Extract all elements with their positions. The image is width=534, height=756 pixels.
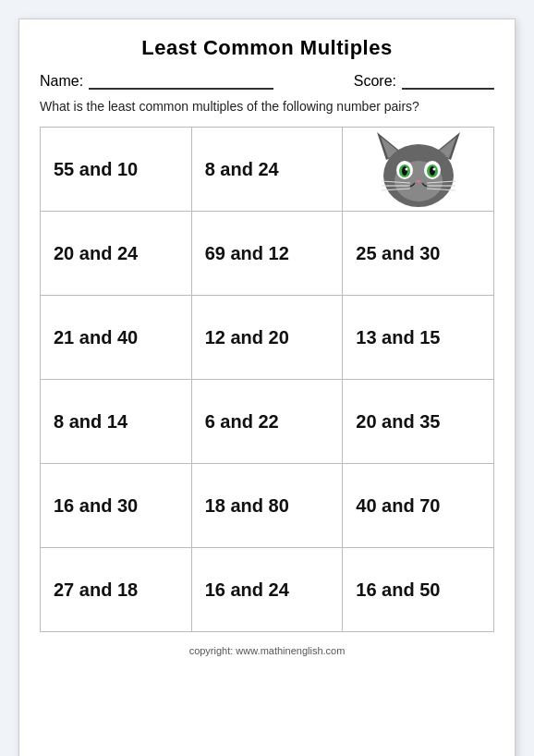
score-field: Score: (354, 73, 494, 90)
problem-text: 12 and 20 (192, 296, 343, 379)
table-cell: 20 and 35 (343, 380, 494, 464)
name-label: Name: (40, 73, 83, 90)
table-cell: 18 and 80 (191, 464, 343, 548)
table-cell: 55 and 10 (41, 128, 192, 212)
problem-text: 20 and 24 (41, 212, 191, 295)
table-cell: 40 and 70 (343, 464, 494, 548)
worksheet: Least Common Multiples Name: Score: What… (18, 18, 516, 756)
table-cell: 27 and 18 (41, 548, 192, 632)
problem-text: 18 and 80 (192, 464, 343, 547)
problem-text: 20 and 35 (343, 380, 493, 463)
table-cell: 25 and 30 (343, 212, 494, 296)
problem-text: 69 and 12 (192, 212, 343, 295)
name-score-row: Name: Score: (40, 73, 494, 90)
problem-text: 6 and 22 (192, 380, 343, 463)
instruction-text: What is the least common multiples of th… (40, 99, 494, 114)
table-cell (343, 128, 494, 212)
problem-text: 13 and 15 (343, 296, 493, 379)
svg-point-13 (432, 168, 435, 171)
name-field: Name: (40, 73, 273, 90)
page-title: Least Common Multiples (40, 36, 494, 60)
problem-text: 8 and 14 (41, 380, 191, 463)
problem-text: 40 and 70 (343, 464, 493, 547)
problem-text: 25 and 30 (343, 212, 493, 295)
table-cell: 12 and 20 (191, 296, 343, 380)
name-underline (89, 73, 273, 90)
table-cell: 8 and 24 (191, 128, 343, 212)
table-cell: 8 and 14 (41, 380, 192, 464)
problem-text: 55 and 10 (41, 128, 191, 211)
problem-text: 21 and 40 (41, 296, 191, 379)
svg-point-12 (405, 168, 407, 171)
table-cell: 21 and 40 (41, 296, 192, 380)
problem-text: 8 and 24 (192, 128, 343, 211)
cat-image (343, 128, 493, 211)
score-label: Score: (354, 73, 396, 90)
svg-point-11 (430, 166, 435, 176)
problem-text: 16 and 30 (41, 464, 191, 547)
table-cell: 69 and 12 (191, 212, 343, 296)
table-cell: 6 and 22 (191, 380, 343, 464)
table-cell: 13 and 15 (343, 296, 494, 380)
table-cell: 16 and 50 (343, 548, 494, 632)
problem-text: 27 and 18 (41, 548, 191, 631)
score-underline (402, 73, 494, 90)
problem-text: 16 and 24 (192, 548, 343, 631)
table-cell: 16 and 30 (41, 464, 192, 548)
svg-point-10 (402, 166, 407, 176)
problems-grid: 55 and 108 and 24 (40, 127, 494, 632)
table-cell: 16 and 24 (191, 548, 343, 632)
problem-text: 16 and 50 (343, 548, 493, 631)
table-cell: 20 and 24 (41, 212, 192, 296)
copyright-text: copyright: www.mathinenglish.com (40, 645, 494, 656)
